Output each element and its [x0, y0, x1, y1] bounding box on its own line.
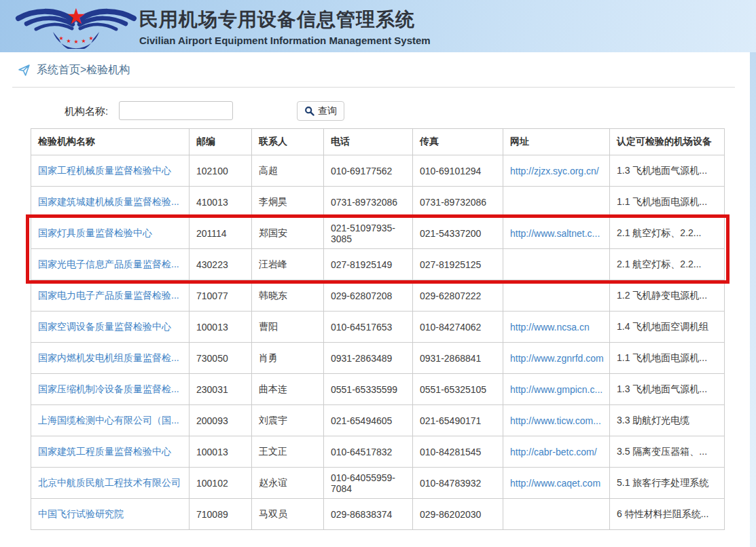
breadcrumb-text[interactable]: 系统首页>检验机构 [37, 63, 130, 77]
svg-text:★: ★ [73, 39, 78, 45]
name-link[interactable]: 中国飞行试验研究院 [38, 508, 124, 519]
cell-equipment: 6 特性材料拦阻系统... [610, 499, 725, 530]
cell-zip: 430223 [190, 249, 252, 280]
cell-equipment: 3.3 助航灯光电缆 [610, 405, 725, 436]
cell-fax: 027-81925125 [413, 249, 503, 280]
app-subtitle: Civilian Airport Equipment Information M… [139, 35, 431, 46]
cell-name: 国家建筑工程质量监督检验中心 [31, 436, 190, 468]
url-link[interactable]: http://www.ncsa.cn [510, 322, 590, 333]
cell-url: http://zjzx.syc.org.cn/ [503, 155, 610, 187]
cell-url [503, 187, 610, 218]
svg-text:★: ★ [66, 38, 71, 44]
table-row: 国家空调设备质量监督检验中心100013曹阳010-64517653010-84… [31, 312, 725, 343]
cell-contact: 曲本连 [252, 374, 324, 405]
url-link[interactable]: http://zjzx.syc.org.cn/ [510, 166, 599, 176]
cell-equipment: 5.1 旅客行李处理系统 [610, 468, 725, 499]
cell-phone: 027-81925149 [324, 249, 413, 280]
cell-phone: 021-51097935-3085 [324, 218, 413, 249]
svg-text:★: ★ [81, 38, 86, 44]
cell-phone: 0551-65335599 [324, 374, 413, 405]
cell-name: 国家建筑城建机械质量监督检验... [31, 187, 190, 218]
institutions-table: 检验机构名称 邮编 联系人 电话 传真 网址 认定可检验的机场设备 国家工程机械… [31, 128, 725, 530]
cell-name: 国家内燃机发电机组质量监督检... [31, 343, 190, 374]
cell-zip: 100013 [190, 312, 252, 343]
cell-contact: 肖勇 [252, 343, 324, 374]
name-link[interactable]: 国家压缩机制冷设备质量监督检... [38, 383, 179, 394]
cell-fax: 010-84274062 [413, 312, 503, 343]
name-link[interactable]: 国家建筑城建机械质量监督检验... [38, 196, 179, 207]
cell-zip: 710077 [190, 280, 252, 312]
cell-fax: 0551-65325105 [413, 374, 503, 405]
table-row: 国家建筑城建机械质量监督检验...410013李炯昊0731-897320860… [31, 187, 725, 218]
table-row: 国家光电子信息产品质量监督检...430223汪岩峰027-8192514902… [31, 249, 725, 280]
cell-contact: 马双员 [252, 499, 324, 530]
url-link[interactable]: http://www.ticw.com... [510, 415, 601, 426]
name-link[interactable]: 北京中航质民航工程技术有限公司 [38, 477, 181, 488]
cell-name: 国家压缩机制冷设备质量监督检... [31, 374, 190, 405]
url-link[interactable]: http://www.caqet.com [510, 478, 600, 489]
name-link[interactable]: 国家空调设备质量监督检验中心 [38, 321, 171, 332]
search-icon [304, 106, 314, 116]
table-row: 国家灯具质量监督检验中心201114郑国安021-51097935-308502… [31, 218, 725, 249]
url-link[interactable]: http://www.saltnet.c... [510, 228, 600, 239]
url-link[interactable]: http://www.zgnrfd.com [510, 353, 604, 364]
cell-url [503, 499, 610, 530]
cell-url: http://www.gmpicn.c... [503, 374, 610, 405]
col-header-url: 网址 [503, 129, 610, 155]
col-header-name: 检验机构名称 [31, 129, 190, 155]
name-link[interactable]: 国家光电子信息产品质量监督检... [38, 259, 179, 269]
app-titles: 民用机场专用设备信息管理系统 Civilian Airport Equipmen… [139, 7, 431, 46]
table-row: 上海国缆检测中心有限公司（国...200093刘震宇021-6549460502… [31, 405, 725, 436]
cell-phone: 010-64517832 [324, 436, 413, 468]
cell-url: http://www.zgnrfd.com [503, 343, 610, 374]
cell-url: http://www.caqet.com [503, 468, 610, 499]
cell-fax: 010-84783932 [413, 468, 503, 499]
cell-name: 上海国缆检测中心有限公司（国... [31, 405, 190, 436]
cell-phone: 021-65494605 [324, 405, 413, 436]
name-link[interactable]: 国家内燃机发电机组质量监督检... [38, 352, 179, 363]
url-link[interactable]: http://cabr-betc.com/ [510, 447, 597, 457]
url-link[interactable]: http://www.gmpicn.c... [510, 384, 602, 395]
cell-contact: 赵永谊 [252, 468, 324, 499]
cell-contact: 李炯昊 [252, 187, 324, 218]
cell-fax: 021-65490171 [413, 405, 503, 436]
cell-contact: 高超 [252, 155, 324, 187]
cell-zip: 230031 [190, 374, 252, 405]
cell-fax: 0931-2868841 [413, 343, 503, 374]
name-link[interactable]: 国家电力电子产品质量监督检验... [38, 290, 179, 301]
table-row: 北京中航质民航工程技术有限公司100102赵永谊010-64055959-708… [31, 468, 725, 499]
org-name-input[interactable] [119, 101, 233, 120]
cell-equipment: 3.5 隔离变压器箱、... [610, 436, 725, 468]
cell-phone: 0731-89732086 [324, 187, 413, 218]
cell-zip: 102100 [190, 155, 252, 187]
cell-fax: 021-54337200 [413, 218, 503, 249]
cell-zip: 730050 [190, 343, 252, 374]
cell-phone: 029-86838374 [324, 499, 413, 530]
cell-zip: 410013 [190, 187, 252, 218]
cell-contact: 汪岩峰 [252, 249, 324, 280]
org-name-label: 机构名称: [65, 105, 108, 118]
name-link[interactable]: 国家建筑工程质量监督检验中心 [38, 446, 171, 457]
cell-equipment: 1.3 飞机地面气源机... [610, 374, 725, 405]
svg-text:★: ★ [88, 35, 93, 41]
query-button[interactable]: 查询 [297, 101, 344, 121]
cell-equipment: 1.3 飞机地面气源机... [610, 155, 725, 187]
cell-url [503, 280, 610, 312]
name-link[interactable]: 国家工程机械质量监督检验中心 [38, 165, 171, 176]
cell-name: 国家光电子信息产品质量监督检... [31, 249, 190, 280]
cell-url: http://www.ncsa.cn [503, 312, 610, 343]
cell-name: 国家空调设备质量监督检验中心 [31, 312, 190, 343]
col-header-zip: 邮编 [190, 129, 252, 155]
name-link[interactable]: 上海国缆检测中心有限公司（国... [38, 415, 179, 426]
cell-name: 中国飞行试验研究院 [31, 499, 190, 530]
cell-name: 国家电力电子产品质量监督检验... [31, 280, 190, 312]
name-link[interactable]: 国家灯具质量监督检验中心 [38, 227, 152, 238]
cell-url [503, 249, 610, 280]
divider [12, 87, 735, 88]
table-header: 检验机构名称 邮编 联系人 电话 传真 网址 认定可检验的机场设备 [31, 129, 725, 155]
cell-equipment: 1.1 飞机地面电源机... [610, 343, 725, 374]
col-header-phone: 电话 [324, 129, 413, 155]
breadcrumb[interactable]: 系统首页>检验机构 [18, 63, 130, 77]
cell-phone: 010-64517653 [324, 312, 413, 343]
svg-text:★: ★ [67, 4, 86, 29]
